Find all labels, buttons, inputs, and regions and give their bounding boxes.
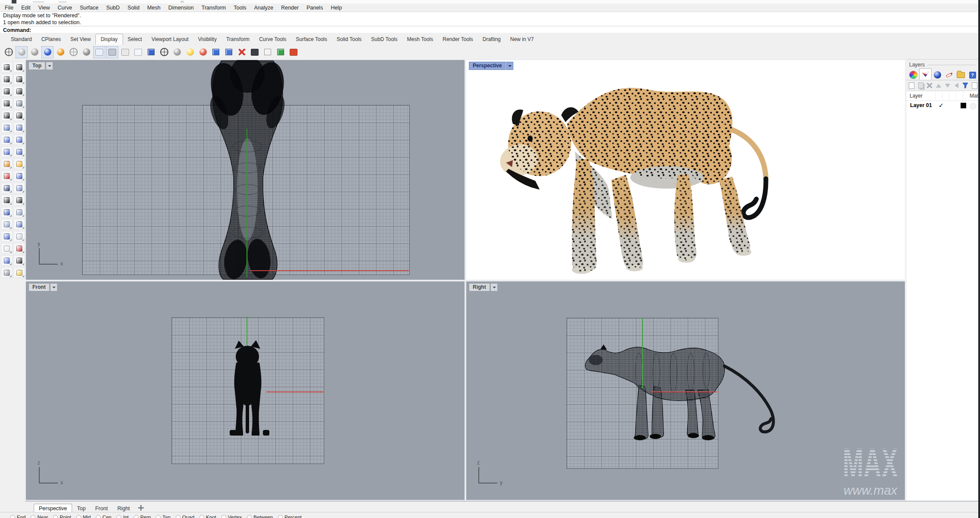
- menu-surface[interactable]: Surface: [76, 5, 102, 11]
- fillet-icon[interactable]: [1, 195, 13, 205]
- freeform-curve-icon[interactable]: [13, 110, 25, 121]
- mirror-icon[interactable]: [13, 219, 25, 230]
- tab-transform[interactable]: Transform: [221, 34, 254, 45]
- rotate-view-icon[interactable]: [145, 46, 157, 58]
- select-arrow-icon[interactable]: [1, 62, 13, 73]
- osnap-knot[interactable]: Knot: [199, 515, 216, 518]
- tab-solid-tools[interactable]: Solid Tools: [332, 34, 367, 45]
- menu-analyze[interactable]: Analyze: [250, 5, 277, 11]
- annotate-tab-icon[interactable]: [943, 70, 955, 80]
- files-tab-icon[interactable]: [955, 70, 967, 80]
- tab-curve-tools[interactable]: Curve Tools: [254, 34, 291, 45]
- menu-file[interactable]: File: [1, 5, 17, 11]
- osnap-mid[interactable]: Mid: [76, 515, 91, 518]
- menu-view[interactable]: View: [35, 5, 54, 11]
- osnap-percent[interactable]: Percent: [278, 515, 302, 518]
- viewport-top[interactable]: Top y x: [26, 60, 465, 280]
- boolean-union-icon[interactable]: [1, 183, 13, 193]
- menu-help[interactable]: Help: [327, 5, 346, 11]
- viewport-front[interactable]: Front z x: [26, 281, 465, 500]
- layers-tab-icon[interactable]: [919, 68, 932, 80]
- surface-patch-icon[interactable]: [13, 122, 25, 133]
- viewport-menu-chevron-icon[interactable]: [490, 283, 498, 291]
- trim-icon[interactable]: [1, 171, 13, 181]
- copy-layer-icon[interactable]: [917, 82, 925, 89]
- blend-curve-icon[interactable]: [13, 195, 25, 205]
- box-icon[interactable]: [1, 134, 13, 145]
- arctic-display-icon[interactable]: [93, 46, 105, 58]
- viewport-perspective[interactable]: Perspective: [466, 60, 905, 280]
- point-icon[interactable]: [13, 62, 25, 73]
- copy-icon[interactable]: [1, 219, 13, 230]
- solid-box-icon[interactable]: [1, 231, 13, 242]
- tab-set-view[interactable]: Set View: [66, 34, 95, 45]
- shaded-display-icon[interactable]: [16, 46, 28, 58]
- viewport-menu-chevron-icon[interactable]: [46, 62, 53, 70]
- layer-list-empty-area[interactable]: [907, 111, 978, 501]
- viewport-tab-front[interactable]: Front: [90, 504, 112, 513]
- osnap-perp[interactable]: Perp: [134, 515, 151, 518]
- color-grid-icon[interactable]: [288, 46, 300, 58]
- sphere-icon[interactable]: [13, 134, 25, 145]
- menu-dimension[interactable]: Dimension: [164, 5, 198, 11]
- raytraced-display-icon[interactable]: [54, 46, 66, 58]
- tab-standard[interactable]: Standard: [6, 34, 37, 45]
- tab-render-tools[interactable]: Render Tools: [438, 34, 478, 45]
- grey-sphere-icon[interactable]: [171, 46, 183, 58]
- tab-drafting[interactable]: Drafting: [478, 34, 506, 45]
- pyramid-icon[interactable]: [13, 267, 25, 278]
- block-icon[interactable]: [13, 243, 25, 254]
- tab-mesh-tools[interactable]: Mesh Tools: [402, 34, 438, 45]
- tab-visibility[interactable]: Visibility: [193, 34, 221, 45]
- viewport-tab-top[interactable]: Top: [72, 504, 90, 513]
- menu-transform[interactable]: Transform: [198, 5, 230, 11]
- osnap-cen[interactable]: Cen: [96, 515, 111, 518]
- surface-from-curves-icon[interactable]: [13, 146, 25, 157]
- point-cloud-icon[interactable]: [13, 183, 25, 193]
- layer-page-icon[interactable]: [971, 82, 978, 89]
- curve-through-points-icon[interactable]: [13, 74, 25, 85]
- osnap-int[interactable]: Int: [117, 515, 129, 518]
- tab-viewport-layout[interactable]: Viewport Layout: [147, 34, 193, 45]
- monochrome-display-icon[interactable]: [132, 46, 144, 58]
- menu-edit[interactable]: Edit: [17, 5, 35, 11]
- osnap-between[interactable]: Between: [247, 515, 273, 518]
- circle-icon[interactable]: [1, 86, 13, 97]
- arc-icon[interactable]: [1, 98, 13, 109]
- tab-subd-tools[interactable]: SubD Tools: [367, 34, 402, 45]
- camera-icon[interactable]: [210, 46, 222, 58]
- viewport-label-right[interactable]: Right: [469, 283, 498, 291]
- split-icon[interactable]: [13, 171, 25, 181]
- collapse-layers-icon[interactable]: [953, 82, 961, 89]
- ghosted-display-icon[interactable]: [67, 46, 79, 58]
- delete-layer-icon[interactable]: [926, 82, 934, 89]
- text-icon[interactable]: [1, 207, 13, 218]
- display-properties-tab-icon[interactable]: [907, 70, 919, 80]
- wire-globe-icon[interactable]: [158, 46, 170, 58]
- delete-view-icon[interactable]: [236, 46, 248, 58]
- osnap-tan[interactable]: Tan: [156, 515, 171, 518]
- help-tab-icon[interactable]: [967, 70, 978, 80]
- cylinder-icon[interactable]: [1, 146, 13, 157]
- osnap-quad[interactable]: Quad: [176, 515, 194, 518]
- boolean-difference-icon[interactable]: [1, 267, 13, 278]
- move-layer-up-icon[interactable]: [935, 82, 942, 89]
- menu-tools[interactable]: Tools: [230, 5, 250, 11]
- layer-color-swatch[interactable]: [961, 103, 966, 108]
- menu-solid[interactable]: Solid: [123, 5, 143, 11]
- extrude-icon[interactable]: [13, 231, 25, 242]
- viewport-label-front[interactable]: Front: [28, 283, 57, 291]
- control-point-curve-icon[interactable]: [1, 74, 13, 85]
- tab-cplanes[interactable]: CPlanes: [37, 34, 66, 45]
- explode-icon[interactable]: [13, 158, 25, 169]
- highlight-sphere-icon[interactable]: [184, 46, 196, 58]
- osnap-point[interactable]: Point: [53, 515, 71, 518]
- boolean-icon[interactable]: [1, 158, 13, 169]
- viewport-tab-right[interactable]: Right: [113, 504, 135, 513]
- rectangle-icon[interactable]: [13, 98, 25, 109]
- viewport-label-top[interactable]: Top: [28, 62, 53, 70]
- menu-render[interactable]: Render: [277, 5, 303, 11]
- wire-cubes-icon[interactable]: [262, 46, 274, 58]
- menu-mesh[interactable]: Mesh: [143, 5, 164, 11]
- menu-subd[interactable]: SubD: [102, 5, 123, 11]
